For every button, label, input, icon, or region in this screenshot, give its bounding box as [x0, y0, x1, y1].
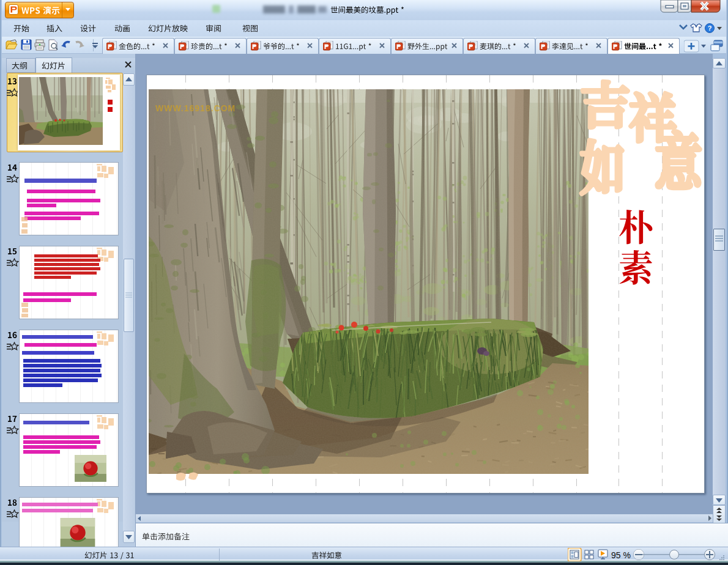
svg-text:WWW.16918.COM: WWW.16918.COM: [155, 103, 236, 113]
svg-text:?: ?: [708, 24, 712, 32]
